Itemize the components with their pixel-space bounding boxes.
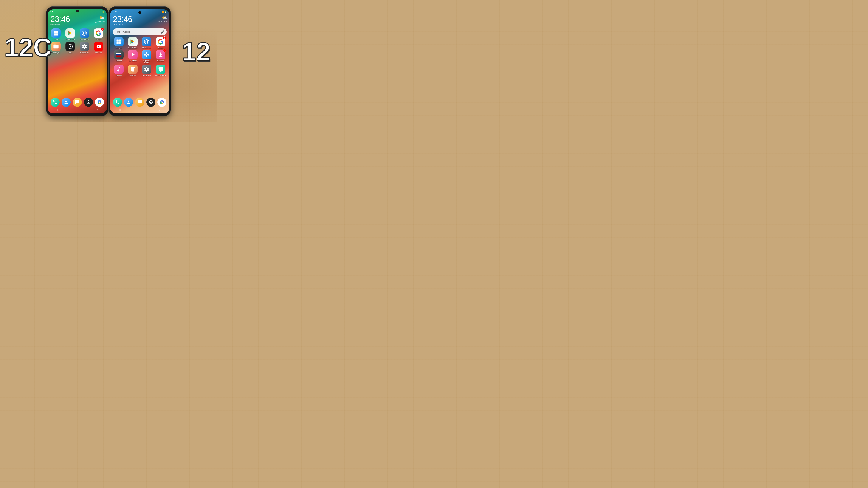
svg-rect-16	[119, 40, 121, 41]
nav-home-12c[interactable]: □	[57, 109, 58, 111]
app-google-12[interactable]: 1 Google	[154, 37, 167, 49]
app-google-play-12[interactable]: Google Play	[126, 37, 140, 49]
app-russia-12[interactable]: Россия	[113, 50, 125, 64]
google-play-label-12c: Google Play	[65, 38, 75, 40]
signal-icon-12: ▲ G ...	[113, 11, 119, 13]
status-right-12: 📶 🔋	[162, 11, 166, 13]
signal-icon: ■■	[51, 11, 53, 13]
settings-label-12: Настройки	[143, 75, 151, 76]
dock-contacts-12[interactable]	[124, 98, 133, 107]
app-youtube-12c[interactable]: YouTube	[92, 42, 105, 54]
russia-icon-12	[114, 50, 124, 59]
app-gallery-12[interactable]: Галерея	[113, 37, 125, 49]
svg-rect-18	[119, 42, 121, 44]
google-play-icon-12c	[65, 28, 75, 38]
dock-messages-12[interactable]	[135, 98, 144, 107]
nav-recents-12[interactable]: ◁	[158, 109, 160, 111]
svg-point-26	[150, 102, 152, 103]
status-left-12c: ■■ ...	[51, 11, 55, 13]
game-center-icon-12	[142, 50, 151, 59]
app-mi-video-12[interactable]: Ми Видео	[126, 50, 140, 64]
svg-rect-15	[117, 40, 119, 41]
weather-12c: ⛅ Данных нет	[95, 15, 104, 23]
phone-12c: ■■ ... 🔋 23:46 Чт, 20 Июль ⛅ Данных нет	[46, 6, 108, 116]
game-center-label-12: Игровой центр	[141, 60, 152, 64]
mi-video-icon-12	[128, 50, 137, 59]
search-text-12: Поиск в Google	[115, 31, 130, 33]
svg-rect-23	[117, 54, 121, 55]
dock-messages-12c[interactable]	[73, 98, 82, 107]
gallery-icon-12	[114, 37, 124, 46]
google-play-icon-12	[128, 37, 137, 46]
dock-contacts-12c[interactable]	[62, 98, 71, 107]
nav-recents-12c[interactable]: ◁	[96, 109, 98, 111]
punch-hole-12	[138, 11, 141, 14]
clock-label-12c: Часы	[68, 52, 72, 54]
dock-camera-12[interactable]	[146, 98, 155, 107]
dock-chrome-12[interactable]	[157, 98, 166, 107]
svg-rect-1	[56, 31, 58, 33]
svg-point-12	[88, 102, 89, 103]
files-icon-12c	[51, 42, 61, 51]
weather-icon-12: 🌤️	[158, 15, 167, 20]
app-clock-12c[interactable]: Часы	[64, 42, 76, 54]
mi-browser-icon-12	[142, 37, 151, 46]
app-game-center-12[interactable]: Игровой центр	[140, 50, 153, 64]
search-mic-12[interactable]: 🎤	[161, 30, 164, 34]
wifi-icon: ...	[53, 11, 55, 13]
security-label-12: Безопасность	[155, 75, 166, 76]
music-label-12: Музыка	[116, 75, 122, 76]
getapps-icon-12: 6	[156, 50, 165, 59]
phone-screen-12: ▲ G ... 📶 🔋 23:46 Чт, 20 Июль 🌤️ Данных …	[110, 9, 169, 113]
dock-chrome-12c[interactable]	[95, 98, 104, 107]
svg-rect-22	[117, 53, 121, 54]
clock-time-12c: 23:46	[51, 15, 70, 23]
mi-browser-label-12c: Mi Браузер	[80, 38, 89, 40]
svg-rect-0	[54, 31, 56, 33]
clock-widget-12c: 23:46 Чт, 20 Июль	[51, 15, 70, 26]
google-label-12: Google	[158, 47, 163, 49]
label-12: 12	[182, 39, 211, 65]
google-label-12c: Google	[96, 38, 101, 40]
nav-bar-12c: □ ○ ◁	[48, 107, 107, 112]
nav-back-12[interactable]: ○	[139, 109, 140, 111]
svg-rect-2	[54, 33, 56, 35]
gallery-icon-12c	[51, 28, 61, 38]
google-badge-12c: 1	[101, 28, 104, 31]
google-badge-12: 1	[163, 36, 166, 39]
search-bar-12[interactable]: Поиск в Google 🎤	[113, 28, 166, 35]
nav-back-12c[interactable]: ○	[76, 109, 78, 111]
settings-icon-12c	[80, 42, 89, 51]
app-settings-12[interactable]: Настройки	[140, 65, 153, 76]
gallery-label-12c: Галерея	[53, 38, 59, 40]
google-play-label-12: Google Play	[128, 47, 137, 49]
getapps-badge-12: 6	[163, 49, 166, 52]
dock-phone-12c[interactable]	[51, 98, 60, 107]
app-grid-12: Галерея Google Play Mi Браузер	[113, 37, 167, 76]
getapps-label-12: GetApps	[157, 60, 164, 62]
clock-widget-12: 23:46 Чт, 20 Июль	[113, 15, 132, 26]
google-icon-12: 1	[156, 37, 165, 46]
mi-browser-label-12: Mi Браузер	[142, 47, 151, 49]
svg-rect-24	[117, 55, 121, 57]
svg-rect-17	[117, 42, 119, 44]
battery-12: 🔋	[164, 11, 166, 13]
nav-home-12[interactable]: □	[119, 109, 121, 111]
dock-camera-12c[interactable]	[84, 98, 93, 107]
app-google-play-12c[interactable]: Google Play	[64, 28, 76, 40]
app-security-12[interactable]: Безопасность	[154, 65, 167, 76]
app-getapps-12[interactable]: 6 GetApps	[154, 50, 167, 64]
clock-date-12c: Чт, 20 Июль	[51, 24, 70, 26]
app-music-12[interactable]: Музыка	[113, 65, 125, 76]
app-cleaner-12[interactable]: Очистка	[126, 65, 140, 76]
dock-12c	[50, 98, 105, 107]
app-google-12c[interactable]: 1 Google	[92, 28, 105, 40]
dock-phone-12[interactable]	[113, 98, 122, 107]
app-mi-browser-12c[interactable]: Mi Браузер	[78, 28, 91, 40]
app-settings-12c[interactable]: Настройки	[78, 42, 91, 54]
settings-label-12c: Настройки	[80, 52, 89, 54]
weather-12: 🌤️ Данных нет	[158, 15, 167, 23]
dock-12	[112, 98, 167, 107]
app-mi-browser-12[interactable]: Mi Браузер	[140, 37, 153, 49]
cleaner-label-12: Очистка	[129, 75, 136, 76]
